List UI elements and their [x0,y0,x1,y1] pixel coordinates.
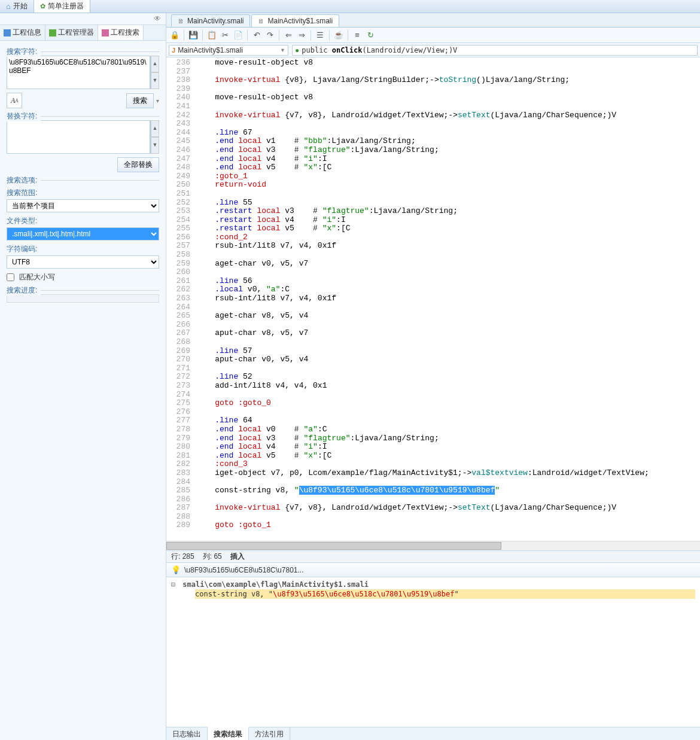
sidebar-tab-search[interactable]: 工程搜索 [98,25,144,40]
scroll-down-icon[interactable]: ▼ [151,137,159,154]
progress-bar [7,294,159,303]
start-tab[interactable]: ⌂ 开始 [0,0,34,13]
matchcase-checkbox[interactable] [7,273,14,281]
result-line[interactable]: const-string v8, "\u8f93\u5165\u6ce8\u51… [195,589,695,599]
signature-combo[interactable]: ● public onClick(Landroid/view/View;)V [292,45,698,56]
lock-icon[interactable]: 🔒 [169,29,181,41]
replace-all-button[interactable]: 全部替换 [117,157,159,172]
bottom-tab-methods[interactable]: 方法引用 [249,727,290,740]
matchcase-label: 匹配大小写 [19,272,55,282]
results-header: 💡 \u8F93\u5165\u6CE8\u518C\u7801... [166,563,700,577]
results-tree[interactable]: ⊟ smali\com\example\flag\MainActivity$1.… [166,577,700,727]
file-icon: 🗎 [258,17,264,25]
eye-icon[interactable]: 👁 [154,14,161,23]
replace-scroller[interactable]: ▲ ▼ [150,120,159,154]
file-combo[interactable]: J MainActivity$1.smali ▼ [169,45,288,56]
refresh-icon[interactable]: ↻ [364,29,376,41]
font-options-button[interactable]: AA [7,93,22,108]
home-icon: ⌂ [6,2,11,11]
replace-chars-label: 替换字符: [7,111,41,121]
j-icon: J [172,47,175,54]
indent-icon[interactable]: ☰ [314,29,326,41]
sidebar-header: 👁 [0,13,166,25]
gear-icon: ✿ [40,2,45,10]
undo-icon[interactable]: ↶ [251,29,263,41]
replace-input[interactable] [7,120,150,154]
results-title: \u8F93\u5165\u6CE8\u518C\u7801... [184,566,304,574]
scroll-up-icon[interactable]: ▲ [151,56,159,72]
sidebar-tab-manager[interactable]: 工程管理器 [45,25,98,40]
encoding-select[interactable]: UTF8 [7,255,159,269]
paste-icon[interactable]: 📄 [232,29,244,41]
editor-toolbar: 🔒 💾 📋 ✂ 📄 ↶ ↷ ⇐ ⇒ ☰ ☕ ≡ ↻ [166,28,700,43]
filetype-select[interactable]: .smali|.xml|.txt|.htm|.html [7,227,159,240]
status-bar: 行: 285 列: 65 插入 [166,550,700,562]
search-query-input[interactable]: \u8F93\u5165\u6CE8\u518C\u7801\u9519\u8B… [7,56,150,89]
scope-label: 搜索范围: [7,188,159,198]
file-tab-2[interactable]: 🗎 MainActivity$1.smali [251,14,339,27]
scroll-down-icon[interactable]: ▼ [151,72,159,89]
result-file-path[interactable]: smali\com\example\flag\MainActivity$1.sm… [182,580,369,589]
search-icon [102,29,109,36]
save-icon[interactable]: 💾 [187,29,199,41]
copy-icon[interactable]: 📋 [206,29,218,41]
file-tab-1[interactable]: 🗎 MainActivity.smali [171,14,250,27]
bulb-icon: 💡 [171,565,181,574]
search-options-label: 搜索选项: [7,175,41,185]
info-icon [4,29,11,36]
search-chars-label: 搜索字符: [7,47,41,57]
manager-icon [49,29,56,36]
forward-icon[interactable]: ⇒ [296,29,308,41]
sidebar-tab-info[interactable]: 工程信息 [0,25,45,40]
register-tab[interactable]: ✿ 简单注册器 [34,0,90,13]
file-icon: 🗎 [178,17,184,25]
cut-icon[interactable]: ✂ [219,29,231,41]
back-icon[interactable]: ⇐ [282,29,294,41]
line-gutter: 236 237 238 239 240 241 242 243 244 245 … [166,57,194,541]
method-icon: ● [295,46,299,54]
tree-collapse-icon[interactable]: ⊟ [171,580,178,589]
scroll-thumb[interactable] [166,542,501,550]
redo-icon[interactable]: ↷ [264,29,276,41]
register-label: 简单注册器 [48,1,84,11]
progress-label: 搜索进度: [7,285,41,296]
bottom-tab-log[interactable]: 日志输出 [166,727,208,740]
scope-select[interactable]: 当前整个项目 [7,199,159,212]
bottom-tab-results[interactable]: 搜索结果 [208,727,249,740]
search-scroller[interactable]: ▲ ▼ [150,56,159,89]
scroll-up-icon[interactable]: ▲ [151,120,159,137]
start-label: 开始 [13,1,28,11]
code-editor[interactable]: 236 237 238 239 240 241 242 243 244 245 … [166,57,700,541]
chevron-down-icon: ▼ [280,47,285,53]
dropdown-icon[interactable]: ▾ [156,98,159,104]
code-content[interactable]: move-result-object v8 invoke-virtual {v8… [194,57,700,541]
encoding-label: 字符编码: [7,244,159,254]
filetype-label: 文件类型: [7,216,159,226]
java-icon[interactable]: ☕ [333,29,345,41]
horizontal-scrollbar[interactable] [166,541,700,550]
search-button[interactable]: 搜索 [126,93,154,108]
list-icon[interactable]: ≡ [351,29,363,41]
